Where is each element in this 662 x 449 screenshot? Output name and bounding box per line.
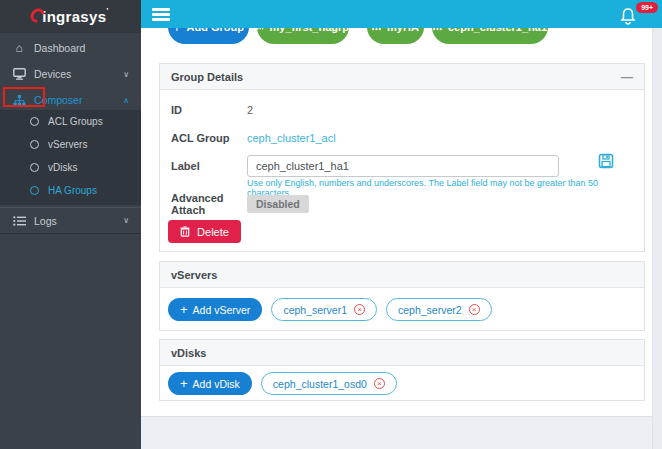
sidebar-item-label: HA Groups — [48, 185, 97, 196]
sidebar-item-vservers[interactable]: vServers — [0, 133, 141, 156]
acl-group-label: ACL Group — [171, 132, 247, 144]
list-icon — [11, 216, 27, 226]
vertical-scrollbar[interactable] — [652, 28, 662, 449]
vservers-header: vServers — [160, 262, 644, 288]
logo-mark: ’ — [106, 6, 109, 15]
home-icon: ⌂ — [11, 41, 27, 55]
sidebar-item-acl-groups[interactable]: ACL Groups — [0, 110, 141, 133]
chevron-down-icon: ∨ — [123, 70, 129, 79]
collapse-minus-icon[interactable]: — — [621, 70, 633, 84]
sidebar-item-label: vServers — [48, 139, 87, 150]
grid-icon — [257, 28, 264, 31]
notification-count-badge[interactable]: 99+ — [636, 2, 658, 13]
sidebar-item-devices[interactable]: Devices ∨ — [0, 62, 141, 86]
sitemap-icon — [11, 95, 27, 106]
sidebar-item-label: Devices — [34, 68, 71, 80]
group-details-panel: Group Details — ID 2 ACL Group ceph_clus… — [159, 63, 645, 252]
advanced-attach-row: Advanced Attach Disabled — [171, 192, 309, 216]
sidebar-item-dashboard[interactable]: ⌂ Dashboard — [0, 36, 141, 60]
logo-bar: ingrasys’ — [0, 0, 141, 33]
vserver-chip: ceph_server2 × — [386, 298, 492, 321]
label-field-label: Label — [171, 160, 247, 172]
sidebar-item-composer[interactable]: Composer ∧ — [0, 88, 141, 112]
group-tab-myha[interactable]: myHA — [367, 28, 424, 44]
vservers-chip-row: + Add vServer ceph_server1 × ceph_server… — [168, 298, 492, 321]
delete-button[interactable]: Delete — [168, 220, 241, 243]
sidebar-item-label: Composer — [34, 94, 82, 106]
vserver-chip: ceph_server1 × — [271, 298, 377, 321]
hamburger-menu-icon[interactable] — [152, 8, 170, 21]
vdisks-chip-row: + Add vDisk ceph_cluster1_osd0 × — [168, 372, 397, 395]
remove-vdisk-icon[interactable]: × — [374, 378, 385, 389]
remove-vserver-icon[interactable]: × — [354, 304, 365, 315]
radio-circle-icon — [30, 117, 39, 126]
content-footer-area — [141, 417, 652, 449]
sidebar-item-label: vDisks — [48, 162, 77, 173]
sidebar-item-label: Dashboard — [34, 42, 85, 54]
remove-vserver-icon[interactable]: × — [469, 304, 480, 315]
plus-icon: + — [180, 376, 188, 391]
ingrasys-logo: ingrasys’ — [32, 8, 109, 25]
logo-text: ingrasys — [42, 8, 106, 25]
label-input[interactable] — [247, 155, 559, 177]
advanced-attach-status-badge: Disabled — [247, 195, 309, 213]
sidebar-item-ha-groups[interactable]: HA Groups — [0, 179, 141, 202]
add-group-button[interactable]: + Add Group — [168, 28, 249, 44]
id-value: 2 — [247, 104, 253, 116]
panel-title: vServers — [171, 269, 218, 281]
vservers-panel: vServers + Add vServer ceph_server1 × ce… — [159, 261, 645, 331]
vdisks-panel: vDisks + Add vDisk ceph_cluster1_osd0 × — [159, 339, 645, 401]
id-label: ID — [171, 104, 247, 116]
main-content: + Add Group my_first_hagrp myHA ceph_clu… — [141, 28, 652, 417]
chevron-down-icon: ∨ — [123, 216, 129, 225]
grid-icon — [372, 28, 381, 31]
plus-icon: + — [173, 28, 181, 35]
sidebar: ingrasys’ ⌂ Dashboard Devices ∨ Composer… — [0, 0, 141, 449]
sidebar-item-logs[interactable]: Logs ∨ — [0, 207, 141, 234]
advanced-attach-label: Advanced Attach — [171, 192, 247, 216]
grid-icon — [433, 28, 442, 31]
panel-title: vDisks — [171, 347, 206, 359]
add-vserver-button[interactable]: + Add vServer — [168, 298, 262, 321]
chevron-up-icon: ∧ — [123, 96, 129, 105]
vdisks-header: vDisks — [160, 340, 644, 366]
group-tab-ceph-cluster1-ha1[interactable]: ceph_cluster1_ha1 — [432, 28, 548, 44]
label-row: Label — [171, 155, 559, 177]
monitor-icon — [11, 68, 27, 80]
top-header-bar: 99+ — [141, 0, 662, 28]
composer-submenu: ACL Groups vServers vDisks HA Groups — [0, 110, 141, 205]
radio-circle-icon — [30, 186, 39, 195]
radio-circle-icon — [30, 140, 39, 149]
group-tab-my-first-hagrp[interactable]: my_first_hagrp — [257, 28, 349, 44]
add-vdisk-button[interactable]: + Add vDisk — [168, 372, 252, 395]
save-icon[interactable] — [598, 153, 616, 171]
sidebar-item-label: Logs — [34, 215, 57, 227]
acl-group-row: ACL Group ceph_cluster1_acl — [171, 132, 336, 144]
vdisk-chip: ceph_cluster1_osd0 × — [261, 372, 397, 395]
acl-group-link[interactable]: ceph_cluster1_acl — [247, 132, 336, 144]
id-row: ID 2 — [171, 104, 253, 116]
group-details-header: Group Details — — [160, 64, 644, 90]
plus-icon: + — [180, 302, 188, 317]
sidebar-item-label: ACL Groups — [48, 116, 103, 127]
trash-icon — [180, 226, 190, 237]
radio-circle-icon — [30, 163, 39, 172]
panel-title: Group Details — [171, 71, 243, 83]
sidebar-item-vdisks[interactable]: vDisks — [0, 156, 141, 179]
